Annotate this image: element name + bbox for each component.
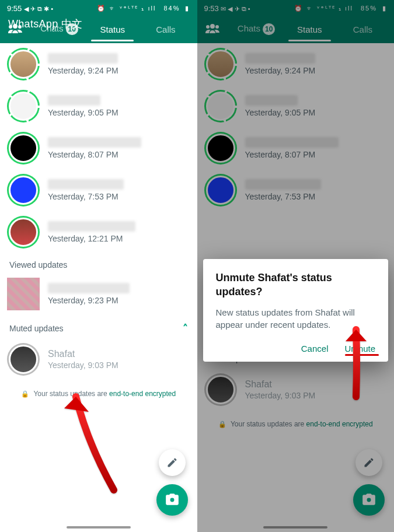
pencil-fab[interactable] — [159, 449, 186, 476]
status-row[interactable]: Yesterday, 9:05 PM — [0, 85, 197, 127]
encryption-notice: 🔒 Your status updates are end-to-end enc… — [0, 380, 197, 407]
status-row[interactable]: Yesterday, 9:24 PM — [197, 43, 395, 85]
viewed-updates-header: Viewed updates — [0, 253, 197, 273]
tab-calls[interactable]: Calls — [336, 19, 389, 41]
camera-fab[interactable] — [353, 484, 385, 516]
status-row-muted[interactable]: Shafat Yesterday, 9:03 PM — [0, 338, 197, 380]
annotation-underline — [345, 354, 379, 356]
status-row[interactable]: Yesterday, 7:53 PM — [197, 169, 395, 211]
tab-calls[interactable]: Calls — [139, 19, 192, 41]
chevron-up-icon: ˄ — [183, 322, 188, 335]
camera-fab[interactable] — [156, 484, 188, 516]
tab-chats[interactable]: Chats10 — [230, 18, 283, 42]
status-row[interactable]: Yesterday, 7:53 PM — [0, 169, 197, 211]
status-ring-icon — [7, 90, 40, 123]
muted-updates-header[interactable]: Muted updates ˄ — [0, 315, 197, 338]
status-row[interactable]: Yesterday, 8:07 PM — [0, 127, 197, 169]
tab-status[interactable]: Status — [86, 19, 139, 41]
status-row[interactable]: Yesterday, 9:05 PM — [197, 85, 395, 127]
avatar — [7, 278, 40, 310]
svg-point-5 — [215, 25, 219, 29]
status-ring-icon — [7, 174, 40, 206]
status-row-muted[interactable]: Shafat Yesterday, 9:03 PM — [197, 369, 395, 411]
status-list-area: Yesterday, 9:24 PM Yesterday, 9:05 PM Ye… — [0, 43, 197, 532]
encryption-notice: 🔒 Your status updates are end-to-end enc… — [197, 411, 395, 438]
phone-right: 9:53 ✉ ◀ ✈ ⧉ • ⏰ ᯤ ᵛᵒᴸᵀᴱ ₁ ıll 85% ▮ Cha… — [197, 0, 395, 532]
status-row[interactable]: Yesterday, 12:21 PM — [0, 211, 197, 253]
topbar: Chats10 Status Calls — [197, 16, 395, 43]
status-row[interactable]: Yesterday, 9:24 PM — [0, 43, 197, 85]
status-ring-icon — [7, 48, 40, 80]
lock-icon: 🔒 — [21, 390, 29, 397]
lock-icon: 🔒 — [218, 421, 226, 428]
dialog-title: Unmute Shafat's status updates? — [216, 271, 376, 299]
unmute-dialog: Unmute Shafat's status updates? New stat… — [203, 259, 389, 362]
encryption-link[interactable]: end-to-end encrypted — [109, 390, 176, 398]
android-statusbar: 9:53 ✉ ◀ ✈ ⧉ • ⏰ ᯤ ᵛᵒᴸᵀᴱ ₁ ıll 85% ▮ — [197, 0, 395, 16]
svg-point-4 — [206, 25, 210, 29]
status-row[interactable]: Yesterday, 8:07 PM — [197, 127, 395, 169]
watermark-text: WhatsApp 中文 — [8, 17, 82, 31]
home-indicator — [263, 526, 327, 528]
contact-name: Shafat — [48, 349, 190, 359]
header: 9:53 ✉ ◀ ✈ ⧉ • ⏰ ᯤ ᵛᵒᴸᵀᴱ ₁ ıll 85% ▮ Cha… — [197, 0, 395, 43]
unmute-button[interactable]: Unmute — [344, 344, 375, 354]
status-list-area-dimmed: Yesterday, 9:24 PM Yesterday, 9:05 PM Ye… — [197, 43, 395, 532]
community-icon[interactable] — [205, 23, 219, 37]
phone-left: WhatsApp 中文 9:55 ◀ ✈ ⧉ ✱ • ⏰ ᯤ ᵛᵒᴸᵀᴱ ₁ ı… — [0, 0, 197, 532]
status-ring-icon — [7, 216, 40, 249]
status-ring-icon — [7, 343, 40, 376]
status-ring-icon — [7, 132, 40, 164]
svg-point-3 — [210, 24, 215, 29]
home-indicator — [67, 526, 131, 528]
dialog-body: New status updates from Shafat will appe… — [216, 306, 376, 331]
status-row-viewed[interactable]: Yesterday, 9:23 PM — [0, 273, 197, 315]
tabs: Chats10 Status Calls — [230, 18, 390, 42]
android-statusbar: 9:55 ◀ ✈ ⧉ ✱ • ⏰ ᯤ ᵛᵒᴸᵀᴱ ₁ ıll 84% ▮ — [0, 0, 197, 16]
pencil-fab[interactable] — [355, 449, 382, 476]
tab-status[interactable]: Status — [283, 19, 336, 41]
cancel-button[interactable]: Cancel — [301, 344, 329, 354]
